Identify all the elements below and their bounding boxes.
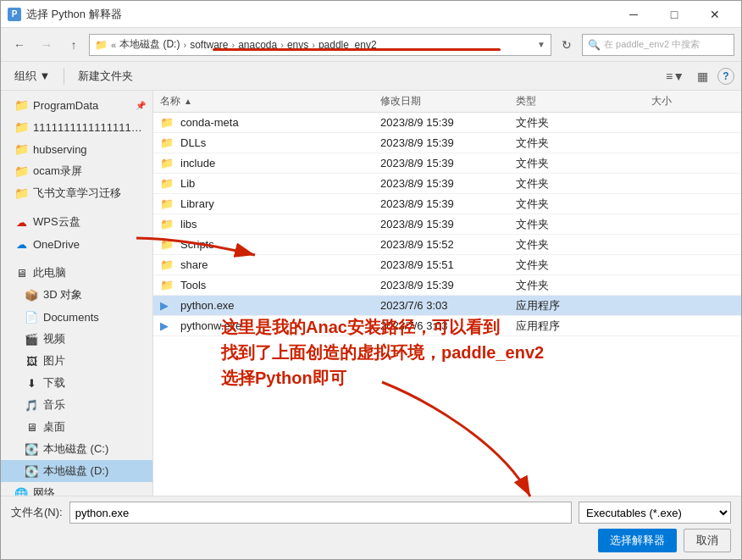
file-row-include[interactable]: 📁 include 2023/8/9 15:39 文件夹 [153,153,741,174]
col-header-name[interactable]: 名称 ▲ [153,94,374,108]
close-button[interactable]: ✕ [695,1,734,28]
path-arrow-1: › [183,40,186,50]
sidebar-item-ocam[interactable]: 📁 ocam录屏 [1,160,152,182]
file-date-library: 2023/8/9 15:39 [374,197,509,210]
file-row-library[interactable]: 📁 Library 2023/8/9 15:39 文件夹 [153,194,741,214]
sidebar-label-onedrive: OneDrive [33,238,80,251]
col-header-date[interactable]: 修改日期 [374,94,509,108]
file-name-conda-meta: 📁 conda-meta [153,116,374,130]
sidebar-item-wps[interactable]: ☁ WPS云盘 [1,211,152,233]
file-date-pythonw-exe: 2023/7/6 3:03 [374,319,509,332]
path-segment-4[interactable]: paddle_env2 [318,39,377,51]
file-name-libs: 📁 libs [153,218,374,231]
sidebar-item-onedrive[interactable]: ☁ OneDrive [1,233,152,255]
path-segment-0[interactable]: 本地磁盘 (D:) [119,37,180,52]
path-segment-3[interactable]: envs [287,39,308,51]
sidebar-item-numbers[interactable]: 📁 1111111111111111111111111 [1,116,152,138]
col-header-size[interactable]: 大小 [611,94,678,108]
up-button[interactable]: ↑ [62,33,86,57]
dialog-title: 选择 Python 解释器 [26,7,122,22]
forward-button[interactable]: → [35,33,58,57]
file-name-python-exe: ▶ python.exe [153,299,374,313]
file-label-library: Library [180,197,214,210]
path-segment-1[interactable]: software [190,39,228,51]
sidebar-spacer-2 [1,255,152,262]
sidebar-item-network[interactable]: 🌐 网络 [1,482,152,496]
file-row-libs[interactable]: 📁 libs 2023/8/9 15:39 文件夹 [153,214,741,235]
folder-icon-share: 📁 [160,258,174,272]
sidebar-item-drive-c[interactable]: 💽 本地磁盘 (C:) [1,438,152,460]
path-arrow-4: › [312,40,315,50]
view-button[interactable]: ≡▼ [663,65,687,87]
folder-icon-3: 📁 [14,142,28,156]
3d-icon: 📦 [25,288,38,302]
sidebar-item-3d[interactable]: 📦 3D 对象 [1,284,152,306]
col-size-label: 大小 [651,95,672,107]
search-box[interactable]: 🔍 在 paddle_env2 中搜索 [582,34,734,56]
filetype-select[interactable]: Executables (*.exe) [579,502,731,524]
pane-button[interactable]: ▦ [690,65,714,87]
sidebar-spacer-1 [1,204,152,211]
sidebar-item-downloads[interactable]: ⬇ 下载 [1,372,152,394]
sidebar-label-ocam: ocam录屏 [33,164,82,179]
file-date-python-exe: 2023/7/6 3:03 [374,299,509,312]
file-type-dlls: 文件夹 [509,136,611,151]
path-arrow-2: › [231,40,235,50]
toolbar-right: ≡▼ ▦ ? [663,65,734,87]
sidebar-item-desktop[interactable]: 🖥 桌面 [1,416,152,438]
sidebar-item-programdata[interactable]: 📁 ProgramData 📌 [1,94,152,116]
minimize-button[interactable]: ─ [614,1,653,28]
drive-d-icon: 💽 [25,464,38,478]
sidebar-label-hubserving: hubserving [33,143,87,156]
file-label-tools: Tools [180,279,206,291]
address-bar: ← → ↑ 📁 « 本地磁盘 (D:) › software › anacoda… [1,28,741,62]
file-row-tools[interactable]: 📁 Tools 2023/8/9 15:39 文件夹 [153,275,741,296]
sidebar-label-music: 音乐 [43,397,65,413]
file-row-conda-meta[interactable]: 📁 conda-meta 2023/8/9 15:39 文件夹 [153,113,741,133]
search-placeholder: 在 paddle_env2 中搜索 [604,38,700,51]
title-bar-controls: ─ □ ✕ [614,1,734,28]
sidebar-item-hubserving[interactable]: 📁 hubserving [1,138,152,160]
file-type-conda-meta: 文件夹 [509,115,611,130]
col-name-label: 名称 [160,94,180,108]
file-label-python-exe: python.exe [180,299,235,312]
file-row-python-exe[interactable]: ▶ python.exe 2023/7/6 3:03 应用程序 [153,296,741,316]
file-row-dlls[interactable]: 📁 DLLs 2023/8/9 15:39 文件夹 [153,133,741,153]
path-dropdown-arrow[interactable]: ▼ [537,40,545,49]
file-row-share[interactable]: 📁 share 2023/8/9 15:51 文件夹 [153,255,741,275]
main-content: 📁 ProgramData 📌 📁 1111111111111111111111… [1,91,741,496]
sidebar-item-music[interactable]: 🎵 音乐 [1,394,152,416]
sidebar-item-videos[interactable]: 🎬 视频 [1,328,152,350]
col-header-type[interactable]: 类型 [509,94,611,108]
file-name-share: 📁 share [153,258,374,272]
sidebar-item-drive-d[interactable]: 💽 本地磁盘 (D:) [1,460,152,482]
music-icon: 🎵 [25,398,38,412]
file-date-share: 2023/8/9 15:51 [374,258,509,271]
sidebar-label-feishu: 飞书文章学习迁移 [33,186,121,201]
path-arrow-3: › [280,40,284,50]
address-path[interactable]: 📁 « 本地磁盘 (D:) › software › anacoda › env… [89,34,551,56]
back-button[interactable]: ← [8,33,31,57]
cancel-button[interactable]: 取消 [684,529,731,552]
confirm-button[interactable]: 选择解释器 [598,529,677,552]
file-row-scripts[interactable]: 📁 Scripts 2023/8/9 15:52 文件夹 [153,235,741,255]
filename-input[interactable] [69,502,572,524]
file-row-pythonw-exe[interactable]: ▶ pythonw.exe 2023/7/6 3:03 应用程序 [153,316,741,336]
organize-button[interactable]: 组织 ▼ [8,65,57,87]
sidebar-item-pictures[interactable]: 🖼 图片 [1,350,152,372]
refresh-button[interactable]: ↻ [555,33,579,57]
file-row-lib[interactable]: 📁 Lib 2023/8/9 15:39 文件夹 [153,174,741,194]
sidebar-item-feishu[interactable]: 📁 飞书文章学习迁移 [1,182,152,204]
path-segment-2[interactable]: anacoda [238,39,277,51]
sidebar-item-documents[interactable]: 📄 Documents [1,306,152,328]
title-bar-left: P 选择 Python 解释器 [8,7,122,22]
maximize-button[interactable]: □ [655,1,694,28]
file-name-scripts: 📁 Scripts [153,238,374,252]
pc-icon: 🖥 [14,266,28,280]
sidebar-label-downloads: 下载 [43,375,65,391]
file-name-library: 📁 Library [153,197,374,211]
sidebar-item-thispc[interactable]: 🖥 此电脑 [1,262,152,284]
new-folder-button[interactable]: 新建文件夹 [71,65,140,87]
help-button[interactable]: ? [717,68,734,85]
sidebar-label-programdata: ProgramData [33,99,98,112]
